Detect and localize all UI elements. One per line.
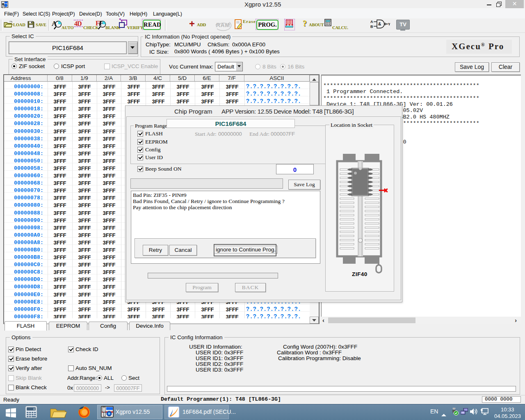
svg-text:0: 0 <box>33 408 35 411</box>
svg-text:A: A <box>370 20 373 24</box>
svg-text:Y: Y <box>388 22 390 26</box>
svg-text:&: & <box>378 22 381 26</box>
svg-text:B: B <box>370 25 373 29</box>
